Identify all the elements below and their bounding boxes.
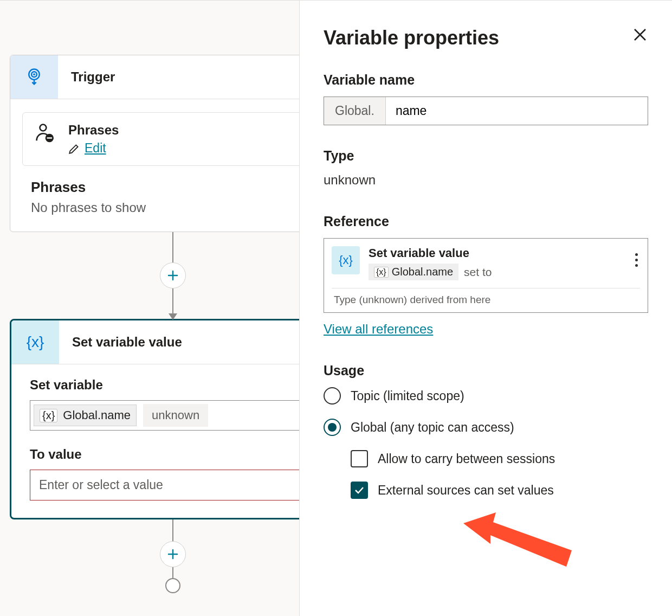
- phrases-box: Phrases Edit: [22, 112, 322, 166]
- to-value-label: To value: [30, 447, 315, 462]
- card-header: {x} Set variable value: [11, 320, 333, 364]
- set-variable-title: Set variable value: [59, 320, 195, 364]
- variable-name-input[interactable]: Global.: [324, 97, 648, 125]
- connector: [172, 288, 173, 319]
- connector: [172, 567, 173, 578]
- panel-title: Variable properties: [324, 27, 499, 49]
- usage-label: Usage: [324, 363, 648, 378]
- variable-name-field[interactable]: [386, 97, 648, 125]
- usage-global-radio[interactable]: Global (any topic can access): [324, 419, 648, 436]
- reference-label: Reference: [324, 214, 648, 229]
- pencil-icon: [68, 143, 80, 155]
- trigger-icon: [10, 55, 58, 99]
- scope-prefix: Global.: [324, 97, 386, 125]
- variable-icon: {x}: [40, 409, 57, 422]
- variable-icon: {x}: [332, 246, 360, 274]
- variable-type-chip: unknown: [143, 404, 208, 427]
- add-node-button[interactable]: [160, 541, 186, 567]
- view-all-references-link[interactable]: View all references: [324, 322, 433, 337]
- variable-name-label: Variable name: [324, 72, 648, 88]
- allow-carry-checkbox[interactable]: Allow to carry between sessions: [351, 450, 648, 467]
- edit-phrases-link[interactable]: Edit: [85, 141, 106, 156]
- more-menu-icon[interactable]: [633, 246, 640, 274]
- close-icon[interactable]: [632, 27, 648, 45]
- svg-point-2: [33, 73, 35, 75]
- external-sources-checkbox[interactable]: External sources can set values: [351, 482, 648, 499]
- trigger-title: Trigger: [58, 55, 128, 99]
- svg-point-3: [40, 125, 47, 131]
- svg-rect-5: [47, 137, 53, 138]
- connector: [172, 519, 173, 541]
- phrases-empty: Phrases No phrases to show: [10, 179, 334, 232]
- add-node-button[interactable]: [160, 262, 186, 288]
- usage-topic-radio[interactable]: Topic (limited scope): [324, 387, 648, 405]
- reference-variable-chip: {x} Global.name: [369, 264, 458, 280]
- variable-properties-panel: Variable properties Variable name Global…: [299, 0, 672, 616]
- phrases-heading: Phrases: [31, 179, 314, 196]
- set-variable-label: Set variable: [30, 377, 315, 393]
- phrases-empty-text: No phrases to show: [31, 200, 314, 215]
- phrases-label: Phrases: [68, 123, 119, 138]
- value-input[interactable]: Enter or select a value: [30, 470, 315, 501]
- card-header: Trigger: [10, 55, 334, 99]
- variable-selector[interactable]: {x} Global.name unknown: [30, 400, 315, 431]
- authoring-canvas: Trigger Phrases: [0, 0, 299, 616]
- end-node: [165, 578, 180, 593]
- type-value: unknown: [324, 172, 648, 188]
- trigger-card[interactable]: Trigger Phrases: [10, 55, 335, 232]
- set-variable-card[interactable]: {x} Set variable value Set variable {x} …: [10, 319, 335, 519]
- reference-derived-note: Type (unknown) derived from here: [332, 294, 640, 306]
- reference-card[interactable]: {x} Set variable value {x} Global.name s…: [324, 238, 648, 313]
- variable-icon: {x}: [11, 320, 59, 364]
- connector: [172, 232, 173, 262]
- reference-title: Set variable value: [369, 246, 624, 260]
- type-label: Type: [324, 148, 648, 164]
- phrases-user-icon: [35, 123, 55, 145]
- variable-name: Global.name: [63, 408, 131, 422]
- reference-suffix: set to: [464, 266, 492, 279]
